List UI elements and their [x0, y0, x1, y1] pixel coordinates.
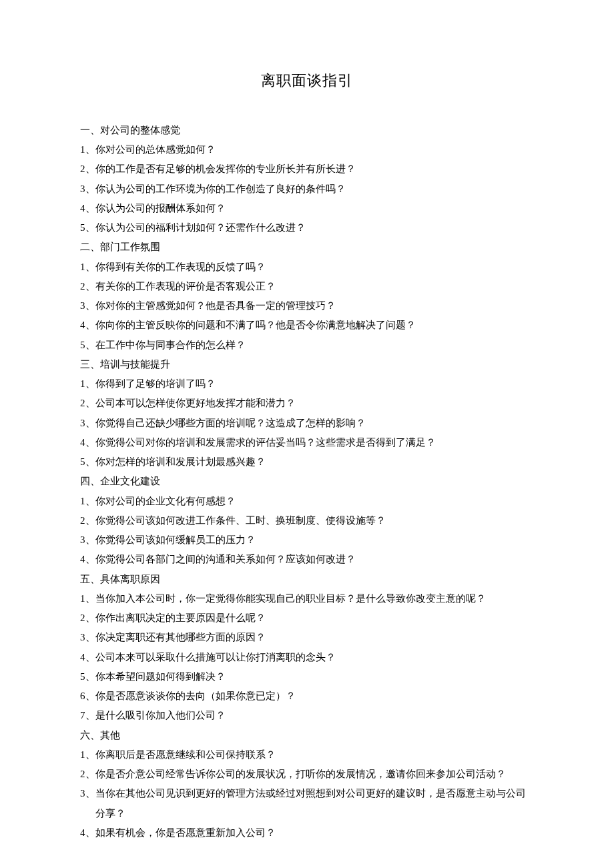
question-text: 你对怎样的培训和发展计划最感兴趣？	[95, 452, 535, 472]
question-text: 你认为公司的工作环境为你的工作创造了良好的条件吗？	[95, 179, 535, 199]
question-item: 5、你认为公司的福利计划如何？还需作什么改进？	[80, 218, 534, 238]
section-heading: 六、其他	[80, 726, 534, 745]
question-text: 你作出离职决定的主要原因是什么呢？	[95, 608, 535, 628]
question-text: 你认为公司的报酬体系如何？	[95, 199, 535, 218]
question-item: 5、你本希望问题如何得到解决？	[80, 667, 534, 687]
question-item: 2、你作出离职决定的主要原因是什么呢？	[80, 608, 534, 628]
question-number: 2、	[80, 394, 95, 413]
question-item: 3、你对你的主管感觉如何？他是否具备一定的管理技巧？	[80, 296, 534, 316]
question-text: 你觉得公司各部门之间的沟通和关系如何？应该如何改进？	[95, 550, 535, 569]
question-text: 你是否介意公司经常告诉你公司的发展状况，打听你的发展情况，邀请你回来参加公司活动…	[95, 765, 535, 784]
question-number: 1、	[80, 140, 95, 159]
question-text: 你离职后是否愿意继续和公司保持联系？	[95, 745, 535, 765]
question-number: 3、	[80, 784, 95, 823]
question-number: 7、	[80, 706, 95, 725]
question-text: 在工作中你与同事合作的怎么样？	[95, 336, 535, 355]
section-heading: 二、部门工作氛围	[80, 238, 534, 257]
question-text: 当你加入本公司时，你一定觉得你能实现自己的职业目标？是什么导致你改变主意的呢？	[95, 589, 535, 608]
question-number: 2、	[80, 277, 95, 296]
question-number: 3、	[80, 296, 95, 316]
question-number: 5、	[80, 452, 95, 472]
question-item: 2、有关你的工作表现的评价是否客观公正？	[80, 277, 534, 296]
question-item: 2、你觉得公司该如何改进工作条件、工时、换班制度、使得设施等？	[80, 511, 534, 530]
section-heading: 一、对公司的整体感觉	[80, 121, 534, 140]
question-item: 3、你觉得自己还缺少哪些方面的培训呢？这造成了怎样的影响？	[80, 414, 534, 433]
question-text: 你是否愿意谈谈你的去向（如果你意已定）？	[95, 687, 535, 706]
question-number: 1、	[80, 492, 95, 511]
question-text: 当你在其他公司见识到更好的管理方法或经过对照想到对公司更好的建议时，是否愿意主动…	[95, 784, 535, 823]
question-item: 4、你觉得公司各部门之间的沟通和关系如何？应该如何改进？	[80, 550, 534, 569]
question-number: 3、	[80, 530, 95, 550]
section-heading: 五、具体离职原因	[80, 570, 534, 589]
question-text: 你觉得公司该如何改进工作条件、工时、换班制度、使得设施等？	[95, 511, 535, 530]
question-item: 4、公司本来可以采取什么措施可以让你打消离职的念头？	[80, 648, 534, 667]
question-item: 3、当你在其他公司见识到更好的管理方法或经过对照想到对公司更好的建议时，是否愿意…	[80, 784, 534, 823]
question-text: 你觉得自己还缺少哪些方面的培训呢？这造成了怎样的影响？	[95, 414, 535, 433]
question-number: 2、	[80, 608, 95, 628]
question-number: 4、	[80, 199, 95, 218]
question-text: 你对公司的总体感觉如何？	[95, 140, 535, 159]
question-number: 3、	[80, 179, 95, 199]
question-number: 1、	[80, 258, 95, 277]
question-item: 1、你离职后是否愿意继续和公司保持联系？	[80, 745, 534, 765]
question-number: 3、	[80, 628, 95, 647]
question-number: 4、	[80, 823, 95, 843]
question-text: 你对公司的企业文化有何感想？	[95, 492, 535, 511]
question-item: 3、你决定离职还有其他哪些方面的原因？	[80, 628, 534, 647]
section-heading: 三、培训与技能提升	[80, 355, 534, 374]
question-number: 5、	[80, 336, 95, 355]
question-item: 2、你的工作是否有足够的机会发挥你的专业所长并有所长进？	[80, 159, 534, 179]
question-number: 1、	[80, 745, 95, 765]
question-item: 5、你对怎样的培训和发展计划最感兴趣？	[80, 452, 534, 472]
question-item: 2、你是否介意公司经常告诉你公司的发展状况，打听你的发展情况，邀请你回来参加公司…	[80, 765, 534, 784]
question-item: 4、如果有机会，你是否愿意重新加入公司？	[80, 823, 534, 843]
question-item: 3、你觉得公司该如何缓解员工的压力？	[80, 530, 534, 550]
question-number: 5、	[80, 667, 95, 687]
question-text: 你得到有关你的工作表现的反馈了吗？	[95, 258, 535, 277]
question-text: 你对你的主管感觉如何？他是否具备一定的管理技巧？	[95, 296, 535, 316]
question-item: 5、在工作中你与同事合作的怎么样？	[80, 336, 534, 355]
question-text: 如果有机会，你是否愿意重新加入公司？	[95, 823, 535, 843]
document-title: 离职面谈指引	[80, 67, 534, 95]
question-item: 1、你得到了足够的培训了吗？	[80, 374, 534, 394]
question-item: 4、你向你的主管反映你的问题和不满了吗？他是否令你满意地解决了问题？	[80, 316, 534, 335]
question-item: 1、你对公司的总体感觉如何？	[80, 140, 534, 159]
question-text: 你得到了足够的培训了吗？	[95, 374, 535, 394]
question-number: 3、	[80, 414, 95, 433]
section-heading: 四、企业文化建设	[80, 472, 534, 491]
document-body: 一、对公司的整体感觉1、你对公司的总体感觉如何？2、你的工作是否有足够的机会发挥…	[80, 121, 534, 843]
question-item: 1、当你加入本公司时，你一定觉得你能实现自己的职业目标？是什么导致你改变主意的呢…	[80, 589, 534, 608]
question-item: 1、你对公司的企业文化有何感想？	[80, 492, 534, 511]
question-item: 4、你觉得公司对你的培训和发展需求的评估妥当吗？这些需求是否得到了满足？	[80, 433, 534, 452]
question-number: 5、	[80, 218, 95, 238]
question-number: 2、	[80, 159, 95, 179]
question-item: 4、你认为公司的报酬体系如何？	[80, 199, 534, 218]
question-item: 3、你认为公司的工作环境为你的工作创造了良好的条件吗？	[80, 179, 534, 199]
question-number: 1、	[80, 374, 95, 394]
question-item: 6、你是否愿意谈谈你的去向（如果你意已定）？	[80, 687, 534, 706]
question-text: 你认为公司的福利计划如何？还需作什么改进？	[95, 218, 535, 238]
question-item: 1、你得到有关你的工作表现的反馈了吗？	[80, 258, 534, 277]
question-item: 7、是什么吸引你加入他们公司？	[80, 706, 534, 725]
question-item: 2、公司本可以怎样使你更好地发挥才能和潜力？	[80, 394, 534, 413]
question-number: 4、	[80, 316, 95, 335]
question-text: 你觉得公司对你的培训和发展需求的评估妥当吗？这些需求是否得到了满足？	[95, 433, 535, 452]
question-text: 你觉得公司该如何缓解员工的压力？	[95, 530, 535, 550]
question-number: 6、	[80, 687, 95, 706]
question-text: 有关你的工作表现的评价是否客观公正？	[95, 277, 535, 296]
question-number: 4、	[80, 550, 95, 569]
question-number: 2、	[80, 765, 95, 784]
question-number: 1、	[80, 589, 95, 608]
question-text: 是什么吸引你加入他们公司？	[95, 706, 535, 725]
question-text: 你的工作是否有足够的机会发挥你的专业所长并有所长进？	[95, 159, 535, 179]
question-text: 你向你的主管反映你的问题和不满了吗？他是否令你满意地解决了问题？	[95, 316, 535, 335]
question-text: 公司本来可以采取什么措施可以让你打消离职的念头？	[95, 648, 535, 667]
question-number: 4、	[80, 433, 95, 452]
question-number: 4、	[80, 648, 95, 667]
question-text: 公司本可以怎样使你更好地发挥才能和潜力？	[95, 394, 535, 413]
question-number: 2、	[80, 511, 95, 530]
question-text: 你决定离职还有其他哪些方面的原因？	[95, 628, 535, 647]
question-text: 你本希望问题如何得到解决？	[95, 667, 535, 687]
